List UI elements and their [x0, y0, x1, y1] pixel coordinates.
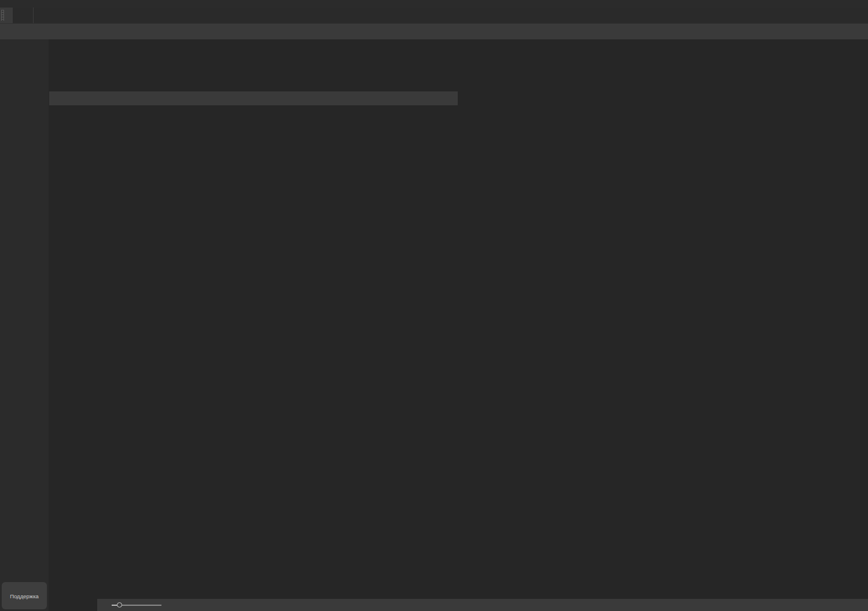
slider-knob[interactable] — [117, 602, 122, 608]
view-switch-row — [49, 79, 868, 91]
app-window: Поддержка — [0, 0, 868, 611]
thumbnail-size-slider[interactable] — [112, 601, 161, 609]
content: Поддержка — [0, 39, 868, 611]
task-table — [49, 91, 458, 599]
gear-icon[interactable] — [56, 64, 69, 76]
sidebar: Поддержка — [0, 39, 49, 611]
support-button[interactable]: Поддержка — [2, 582, 47, 609]
search-icon[interactable] — [13, 8, 34, 23]
support-label: Поддержка — [10, 593, 39, 599]
doc-plus-icon[interactable] — [74, 64, 88, 76]
table-header — [49, 91, 458, 105]
tool-bar — [0, 23, 868, 39]
menu-bar — [0, 0, 868, 8]
department-filter-row — [49, 60, 868, 79]
toolbar-grip-handle[interactable] — [1, 10, 4, 21]
main-panel — [49, 39, 868, 611]
thumbnail-zoom-bar — [97, 599, 868, 611]
nav-icon-group — [6, 8, 13, 23]
breadcrumb — [13, 8, 868, 23]
add-filter-button[interactable] — [75, 43, 89, 56]
filter-presets-row — [49, 39, 868, 60]
chevron-left-icon[interactable] — [36, 42, 46, 51]
nav-bar — [0, 8, 868, 23]
folder-icon[interactable] — [56, 43, 69, 56]
